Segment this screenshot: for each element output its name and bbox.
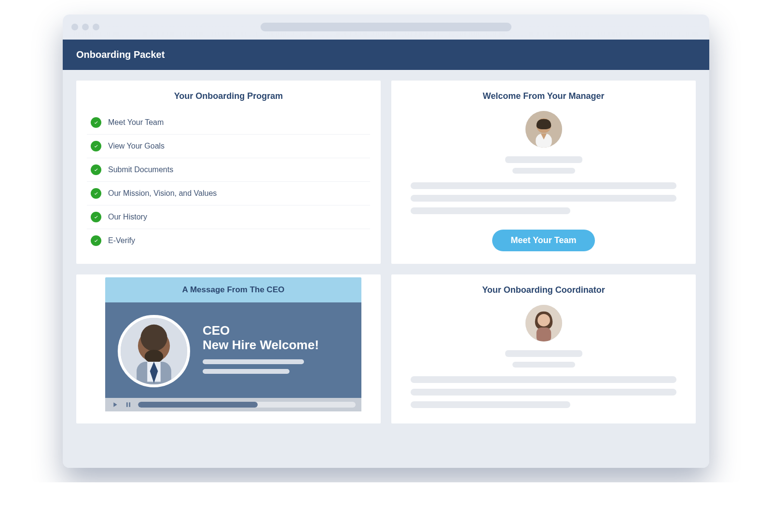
play-icon[interactable]	[111, 401, 119, 409]
checklist-item-submit-docs[interactable]: Submit Documents	[87, 158, 370, 182]
content-grid: Your Onboarding Program Meet Your Team V…	[63, 70, 709, 434]
check-circle-icon	[91, 235, 101, 246]
svg-rect-11	[536, 327, 551, 341]
checklist-item-label: Meet Your Team	[108, 118, 164, 127]
checklist-item-label: E-Verify	[108, 236, 135, 245]
checklist-item-everify[interactable]: E-Verify	[87, 229, 370, 252]
browser-frame: Onboarding Packet Your Onboarding Progra…	[63, 14, 709, 468]
check-circle-icon	[91, 164, 101, 175]
window-zoom-icon[interactable]	[93, 24, 99, 30]
coordinator-avatar	[525, 305, 562, 341]
ceo-title-line1: CEO	[203, 324, 319, 338]
checklist-item-mission[interactable]: Our Mission, Vision, and Values	[87, 182, 370, 205]
check-circle-icon	[91, 141, 101, 151]
check-circle-icon	[91, 117, 101, 128]
ceo-subtitle-placeholder	[203, 369, 290, 374]
checklist-item-meet-team[interactable]: Meet Your Team	[87, 111, 370, 135]
manager-avatar	[525, 111, 562, 148]
svg-point-10	[538, 314, 550, 327]
page-title: Onboarding Packet	[76, 49, 165, 60]
manager-welcome-card: Welcome From Your Manager	[391, 81, 696, 264]
onboarding-program-title: Your Onboarding Program	[76, 81, 381, 111]
checklist-item-view-goals[interactable]: View Your Goals	[87, 135, 370, 158]
checklist-item-label: View Your Goals	[108, 142, 165, 150]
checklist-item-history[interactable]: Our History	[87, 205, 370, 229]
address-bar[interactable]	[261, 23, 511, 31]
onboarding-checklist: Meet Your Team View Your Goals Submit Do…	[76, 111, 381, 257]
ceo-avatar	[118, 315, 190, 387]
window-controls	[71, 24, 99, 30]
ceo-message-card: A Message From The CEO	[76, 274, 381, 423]
checklist-item-label: Submit Documents	[108, 165, 173, 174]
checklist-item-label: Our History	[108, 213, 147, 221]
app-viewport: Onboarding Packet Your Onboarding Progra…	[63, 40, 709, 468]
manager-welcome-title: Welcome From Your Manager	[391, 81, 696, 111]
manager-name-placeholder	[391, 156, 696, 174]
ceo-video-preview[interactable]: CEO New Hire Welcome!	[105, 302, 361, 398]
svg-point-6	[145, 350, 164, 363]
video-seek-track[interactable]	[138, 402, 356, 408]
onboarding-program-card: Your Onboarding Program Meet Your Team V…	[76, 81, 381, 264]
manager-message-placeholder	[391, 174, 696, 217]
ceo-subtitle-placeholder	[203, 359, 304, 364]
meet-your-team-button[interactable]: Meet Your Team	[492, 230, 594, 251]
browser-titlebar	[63, 14, 709, 40]
checklist-item-label: Our Mission, Vision, and Values	[108, 189, 217, 198]
coordinator-title: Your Onboarding Coordinator	[391, 274, 696, 305]
coordinator-message-placeholder	[391, 368, 696, 411]
page-header: Onboarding Packet	[63, 40, 709, 70]
check-circle-icon	[91, 188, 101, 199]
window-close-icon[interactable]	[71, 24, 78, 30]
window-minimize-icon[interactable]	[82, 24, 89, 30]
video-player-controls	[105, 398, 361, 411]
coordinator-card: Your Onboarding Coordinator	[391, 274, 696, 423]
ceo-video-title: CEO New Hire Welcome!	[203, 324, 319, 379]
coordinator-name-placeholder	[391, 350, 696, 368]
ceo-banner-title: A Message From The CEO	[105, 277, 361, 302]
pause-icon[interactable]	[124, 401, 132, 409]
video-seek-progress	[138, 402, 258, 408]
ceo-title-line2: New Hire Welcome!	[203, 338, 319, 353]
svg-point-5	[140, 325, 167, 351]
check-circle-icon	[91, 212, 101, 222]
